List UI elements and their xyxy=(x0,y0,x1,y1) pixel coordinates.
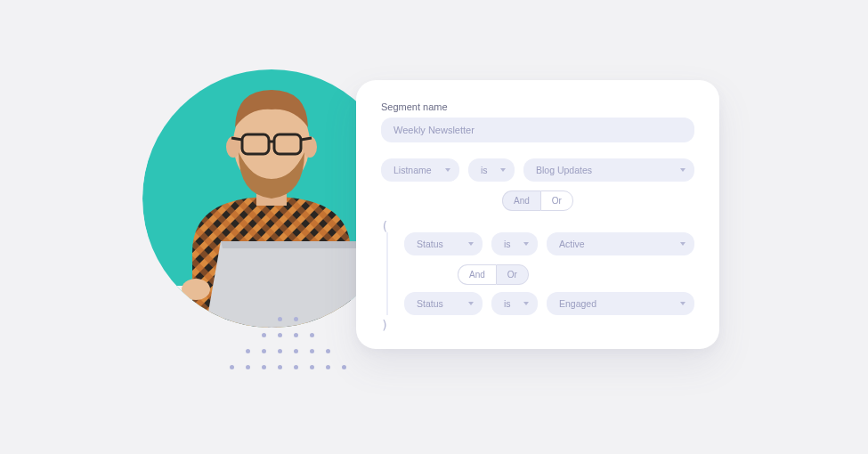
chevron-down-icon xyxy=(680,168,685,172)
rule3-value-select[interactable]: Engaged xyxy=(547,292,694,315)
chevron-down-icon xyxy=(680,302,685,305)
logic-toggle-2: And Or xyxy=(404,264,694,285)
rule2-op-select[interactable]: is xyxy=(491,232,538,255)
svg-line-13 xyxy=(231,138,242,140)
chevron-down-icon xyxy=(468,242,474,246)
rule-row-2: Status is Active xyxy=(404,232,694,255)
logic1-and-button[interactable]: And xyxy=(502,191,540,211)
segment-name-input[interactable]: Weekly Newsletter xyxy=(381,118,694,142)
rule1-field-select[interactable]: Listname xyxy=(381,158,459,182)
rule-row-3: Status is Engaged xyxy=(404,292,694,315)
rule3-value-text: Engaged xyxy=(559,298,596,309)
rule2-value-text: Active xyxy=(559,239,585,249)
rule1-op-text: is xyxy=(481,165,488,175)
rule3-op-text: is xyxy=(504,298,511,309)
chevron-down-icon xyxy=(500,168,506,172)
segment-name-label: Segment name xyxy=(381,101,694,112)
rule3-field-select[interactable]: Status xyxy=(404,292,483,315)
chevron-down-icon xyxy=(445,168,450,172)
svg-line-14 xyxy=(301,138,312,140)
logic-toggle-1: And Or xyxy=(381,191,694,211)
rule2-value-select[interactable]: Active xyxy=(547,232,694,255)
chevron-down-icon xyxy=(680,242,685,246)
segment-builder-card: Segment name Weekly Newsletter Listname … xyxy=(356,80,719,349)
rule3-op-select[interactable]: is xyxy=(491,292,538,315)
logic1-or-button[interactable]: Or xyxy=(540,191,573,211)
decorative-dots xyxy=(230,317,349,372)
chevron-down-icon xyxy=(523,242,529,246)
group-close-brace: ) xyxy=(381,319,694,331)
rule1-field-text: Listname xyxy=(393,165,432,175)
rule2-op-text: is xyxy=(504,239,511,249)
rule-group: ( Status is Active xyxy=(381,220,694,331)
rule1-value-select[interactable]: Blog Updates xyxy=(523,158,694,182)
logic2-or-button[interactable]: Or xyxy=(496,264,529,285)
svg-point-15 xyxy=(182,279,210,300)
chevron-down-icon xyxy=(468,302,474,305)
rule2-field-select[interactable]: Status xyxy=(404,232,483,255)
rule1-value-text: Blog Updates xyxy=(536,165,592,175)
logic2-and-button[interactable]: And xyxy=(458,264,496,285)
rule2-field-text: Status xyxy=(417,239,443,249)
group-open-brace: ( xyxy=(381,220,694,232)
chevron-down-icon xyxy=(523,302,529,305)
rule3-field-text: Status xyxy=(417,298,443,309)
rule-row-1: Listname is Blog Updates xyxy=(381,158,694,182)
rule1-op-select[interactable]: is xyxy=(468,158,515,182)
